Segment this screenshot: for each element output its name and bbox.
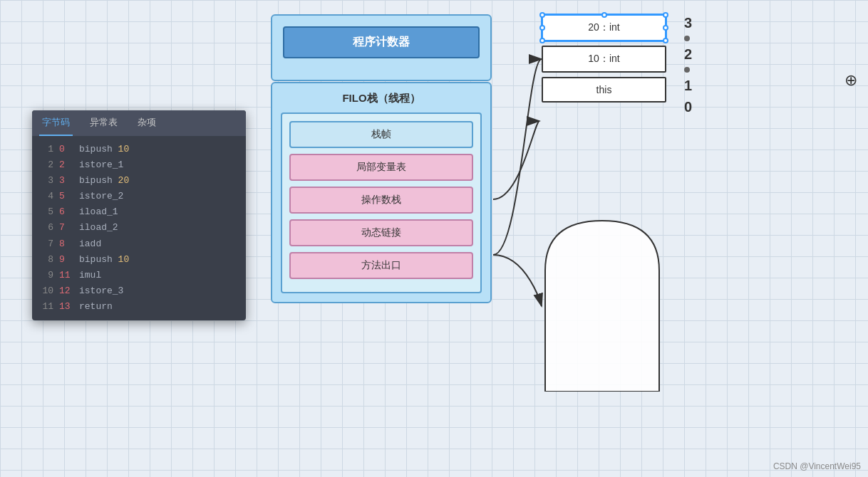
handle-br bbox=[663, 38, 668, 43]
instr-3: bipush 20 bbox=[79, 173, 129, 189]
instr-5: iload_1 bbox=[79, 204, 118, 220]
code-line-6: 6 7 iload_2 bbox=[39, 220, 239, 236]
line-num-10: 10 bbox=[39, 283, 53, 299]
filo-outer: FILO栈（线程） 栈帧 局部变量表 操作数栈 动态链接 方法出口 bbox=[271, 82, 492, 303]
right-panel: 20：int 10：int this bbox=[542, 14, 666, 107]
dot-1 bbox=[684, 67, 690, 73]
label-0-text: 0 bbox=[684, 98, 692, 115]
arch-box bbox=[538, 214, 666, 392]
stack-labels: 3 2 1 0 bbox=[684, 14, 692, 120]
offset-10: 12 bbox=[59, 283, 73, 299]
method-exit: 方法出口 bbox=[289, 252, 473, 279]
operand-stack: 操作数栈 bbox=[289, 187, 473, 214]
move-cursor-icon: ⊕ bbox=[844, 71, 857, 90]
dot-2 bbox=[684, 36, 690, 41]
frame-box: 栈帧 bbox=[289, 121, 473, 148]
offset-2: 2 bbox=[59, 157, 73, 173]
line-num-11: 11 bbox=[39, 299, 53, 315]
diagram-area: 字节码 异常表 杂项 1 0 bipush 10 2 2 istore_1 3 … bbox=[0, 0, 868, 477]
instr-7: iadd bbox=[79, 236, 101, 252]
stack-item-10int[interactable]: 10：int bbox=[542, 46, 666, 73]
stack-label-0: 0 bbox=[684, 98, 692, 115]
tab-bytecode[interactable]: 字节码 bbox=[39, 110, 73, 136]
filo-title: FILO栈（线程） bbox=[281, 92, 482, 105]
code-line-2: 2 2 istore_1 bbox=[39, 157, 239, 173]
offset-11: 13 bbox=[59, 299, 73, 315]
handle-tl bbox=[539, 12, 545, 18]
code-line-8: 8 9 bipush 10 bbox=[39, 252, 239, 268]
stack-item-20int-label: 20：int bbox=[588, 21, 619, 33]
label-2-text: 2 bbox=[684, 46, 692, 63]
code-line-3: 3 3 bipush 20 bbox=[39, 173, 239, 189]
line-num-4: 4 bbox=[39, 189, 53, 204]
instr-4: istore_2 bbox=[79, 189, 123, 204]
code-line-7: 7 8 iadd bbox=[39, 236, 239, 252]
instr-10: istore_3 bbox=[79, 283, 123, 299]
stack-item-20int[interactable]: 20：int bbox=[542, 14, 666, 41]
code-content: 1 0 bipush 10 2 2 istore_1 3 3 bipush 20… bbox=[32, 136, 246, 320]
handle-top bbox=[601, 12, 607, 18]
stack-item-this-label: this bbox=[596, 84, 612, 95]
line-num-7: 7 bbox=[39, 236, 53, 252]
code-panel: 字节码 异常表 杂项 1 0 bipush 10 2 2 istore_1 3 … bbox=[32, 110, 246, 320]
handle-mr bbox=[663, 25, 668, 31]
stack-label-3: 3 bbox=[684, 14, 692, 31]
arch-svg bbox=[538, 214, 666, 392]
code-line-11: 11 13 return bbox=[39, 299, 239, 315]
handle-ml bbox=[539, 25, 545, 31]
stack-label-2-dot bbox=[684, 36, 692, 41]
handle-tr bbox=[663, 12, 668, 18]
instr-2: istore_1 bbox=[79, 157, 123, 173]
line-num-6: 6 bbox=[39, 220, 53, 236]
handle-bl bbox=[539, 38, 545, 43]
offset-9: 11 bbox=[59, 268, 73, 283]
code-line-5: 5 6 iload_1 bbox=[39, 204, 239, 220]
offset-4: 5 bbox=[59, 189, 73, 204]
offset-1: 0 bbox=[59, 142, 73, 157]
line-num-2: 2 bbox=[39, 157, 53, 173]
line-num-3: 3 bbox=[39, 173, 53, 189]
offset-7: 8 bbox=[59, 236, 73, 252]
offset-6: 7 bbox=[59, 220, 73, 236]
stack-label-1-dot bbox=[684, 67, 692, 73]
line-num-9: 9 bbox=[39, 268, 53, 283]
offset-8: 9 bbox=[59, 252, 73, 268]
instr-8: bipush 10 bbox=[79, 252, 129, 268]
stack-label-2: 2 bbox=[684, 46, 692, 63]
stack-item-10int-label: 10：int bbox=[588, 53, 619, 64]
stack-label-1: 1 bbox=[684, 77, 692, 94]
line-num-5: 5 bbox=[39, 204, 53, 220]
code-line-4: 4 5 istore_2 bbox=[39, 189, 239, 204]
offset-5: 6 bbox=[59, 204, 73, 220]
instr-11: return bbox=[79, 299, 113, 315]
label-3-text: 3 bbox=[684, 14, 692, 31]
code-line-1: 1 0 bipush 10 bbox=[39, 142, 239, 157]
jvm-outer: 程序计数器 bbox=[271, 14, 492, 81]
code-line-9: 9 11 imul bbox=[39, 268, 239, 283]
offset-3: 3 bbox=[59, 173, 73, 189]
line-num-1: 1 bbox=[39, 142, 53, 157]
code-line-10: 10 12 istore_3 bbox=[39, 283, 239, 299]
stack-item-this[interactable]: this bbox=[542, 77, 666, 103]
tab-misc[interactable]: 杂项 bbox=[135, 110, 159, 136]
instr-1: bipush 10 bbox=[79, 142, 129, 157]
line-num-8: 8 bbox=[39, 252, 53, 268]
dynamic-link: 动态链接 bbox=[289, 219, 473, 246]
instr-6: iload_2 bbox=[79, 220, 118, 236]
pc-box: 程序计数器 bbox=[283, 26, 480, 58]
local-var-table: 局部变量表 bbox=[289, 154, 473, 181]
filo-inner: 栈帧 局部变量表 操作数栈 动态链接 方法出口 bbox=[281, 112, 482, 293]
watermark: CSDN @VincentWei95 bbox=[773, 461, 861, 471]
tab-exception-table[interactable]: 异常表 bbox=[87, 110, 120, 136]
code-panel-tabs: 字节码 异常表 杂项 bbox=[32, 110, 246, 136]
label-1-text: 1 bbox=[684, 77, 692, 94]
instr-9: imul bbox=[79, 268, 101, 283]
